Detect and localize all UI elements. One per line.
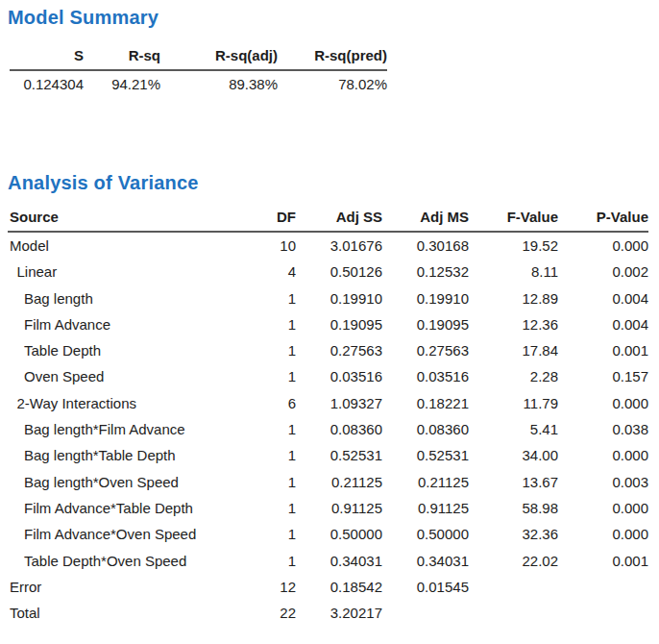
anova-cell-df: 4 [256,259,296,285]
anova-cell-f-value: 5.41 [469,416,558,442]
statistical-output-pane: Model Summary S R-sq R-sq(adj) R-sq(pred… [0,0,659,626]
anova-cell-source: Table Depth [8,337,256,363]
anova-table-row: 2-Way Interactions 6 1.09327 0.18221 11.… [8,390,648,416]
anova-table-row: Table Depth*Oven Speed 1 0.34031 0.34031… [8,548,648,574]
anova-cell-source: 2-Way Interactions [8,390,256,416]
value-rsq-adj: 89.38% [160,70,278,94]
anova-cell-p-value: 0.000 [558,442,648,468]
anova-cell-p-value [558,600,648,626]
anova-cell-adj-ss: 0.50000 [296,521,382,547]
anova-cell-df: 1 [256,495,296,521]
anova-cell-source: Bag length*Film Advance [8,416,256,442]
anova-cell-f-value: 19.52 [469,232,558,259]
anova-cell-adj-ms: 0.52531 [382,442,469,468]
anova-cell-df: 6 [256,390,296,416]
anova-cell-source: Oven Speed [8,363,256,389]
anova-table-row: Error 12 0.18542 0.01545 [8,574,648,600]
anova-cell-source: Film Advance [8,311,256,337]
anova-table-row: Oven Speed 1 0.03516 0.03516 2.28 0.157 [8,363,648,389]
anova-table-row: Bag length*Table Depth 1 0.52531 0.52531… [8,442,648,468]
model-summary-table: S R-sq R-sq(adj) R-sq(pred) 0.124304 94.… [10,47,387,94]
anova-cell-df: 1 [256,337,296,363]
anova-section: Analysis of Variance Source DF Adj SS Ad… [8,171,651,626]
anova-cell-df: 1 [256,521,296,547]
anova-cell-source: Bag length*Oven Speed [8,469,256,495]
anova-table-row: Table Depth 1 0.27563 0.27563 17.84 0.00… [8,337,648,363]
anova-table-body: Model 10 3.01676 0.30168 19.52 0.000 Lin… [8,232,648,626]
anova-cell-source: Film Advance*Table Depth [8,495,256,521]
anova-title: Analysis of Variance [8,171,651,194]
column-header-s: S [10,47,84,70]
anova-cell-p-value: 0.038 [558,416,648,442]
model-summary-value-row: 0.124304 94.21% 89.38% 78.02% [10,70,387,94]
model-summary-title: Model Summary [8,6,651,29]
anova-cell-f-value: 34.00 [469,442,558,468]
anova-cell-df: 1 [256,469,296,495]
anova-cell-source: Total [8,600,256,626]
anova-table-row: Film Advance*Oven Speed 1 0.50000 0.5000… [8,521,648,547]
anova-cell-df: 1 [256,311,296,337]
anova-table-row: Model 10 3.01676 0.30168 19.52 0.000 [8,232,648,259]
anova-table-row: Bag length 1 0.19910 0.19910 12.89 0.004 [8,285,648,311]
anova-table-row: Linear 4 0.50126 0.12532 8.11 0.002 [8,259,648,285]
anova-cell-adj-ss: 0.27563 [296,337,382,363]
anova-cell-adj-ss: 0.21125 [296,469,382,495]
anova-cell-adj-ss: 0.19910 [296,285,382,311]
anova-cell-adj-ss: 0.50126 [296,259,382,285]
column-header-rsq-adj: R-sq(adj) [160,47,278,70]
anova-cell-adj-ss: 0.91125 [296,495,382,521]
anova-cell-adj-ms: 0.08360 [382,416,469,442]
anova-cell-p-value: 0.004 [558,311,648,337]
column-header-df: DF [256,209,296,232]
anova-cell-adj-ms: 0.03516 [382,363,469,389]
anova-table: Source DF Adj SS Adj MS F-Value P-Value … [8,209,648,626]
column-header-rsq: R-sq [84,47,160,70]
anova-table-row: Film Advance*Table Depth 1 0.91125 0.911… [8,495,648,521]
anova-cell-p-value: 0.003 [558,469,648,495]
anova-table-row: Bag length*Film Advance 1 0.08360 0.0836… [8,416,648,442]
anova-cell-f-value: 11.79 [469,390,558,416]
value-s: 0.124304 [10,70,84,94]
anova-cell-adj-ms [382,600,469,626]
anova-cell-adj-ms: 0.30168 [382,232,469,259]
anova-cell-adj-ss: 0.18542 [296,574,382,600]
anova-header-row: Source DF Adj SS Adj MS F-Value P-Value [8,209,648,232]
anova-cell-df: 1 [256,363,296,389]
anova-cell-adj-ss: 3.20217 [296,600,382,626]
anova-cell-p-value: 0.002 [558,259,648,285]
anova-cell-adj-ms: 0.18221 [382,390,469,416]
anova-cell-adj-ms: 0.12532 [382,259,469,285]
anova-cell-adj-ms: 0.50000 [382,521,469,547]
anova-cell-p-value: 0.001 [558,337,648,363]
anova-cell-adj-ss: 0.19095 [296,311,382,337]
anova-cell-adj-ss: 0.03516 [296,363,382,389]
anova-cell-df: 10 [256,232,296,259]
anova-cell-df: 1 [256,285,296,311]
column-header-rsq-pred: R-sq(pred) [278,47,387,70]
anova-cell-adj-ss: 1.09327 [296,390,382,416]
anova-cell-p-value: 0.004 [558,285,648,311]
anova-cell-f-value: 17.84 [469,337,558,363]
column-header-adj-ms: Adj MS [382,209,469,232]
anova-cell-p-value: 0.000 [558,495,648,521]
anova-table-row: Film Advance 1 0.19095 0.19095 12.36 0.0… [8,311,648,337]
anova-cell-adj-ss: 3.01676 [296,232,382,259]
anova-cell-adj-ms: 0.21125 [382,469,469,495]
column-header-adj-ss: Adj SS [296,209,382,232]
anova-cell-adj-ms: 0.91125 [382,495,469,521]
column-header-source: Source [8,209,256,232]
anova-cell-f-value: 8.11 [469,259,558,285]
anova-cell-df: 1 [256,548,296,574]
anova-cell-p-value: 0.001 [558,548,648,574]
anova-cell-p-value [558,574,648,600]
anova-table-row: Total 22 3.20217 [8,600,648,626]
anova-cell-f-value: 2.28 [469,363,558,389]
anova-cell-source: Linear [8,259,256,285]
anova-cell-source: Bag length [8,285,256,311]
model-summary-header-row: S R-sq R-sq(adj) R-sq(pred) [10,47,387,70]
anova-table-row: Bag length*Oven Speed 1 0.21125 0.21125 … [8,469,648,495]
anova-cell-source: Bag length*Table Depth [8,442,256,468]
column-header-p-value: P-Value [558,209,648,232]
anova-cell-p-value: 0.000 [558,390,648,416]
anova-cell-adj-ms: 0.01545 [382,574,469,600]
